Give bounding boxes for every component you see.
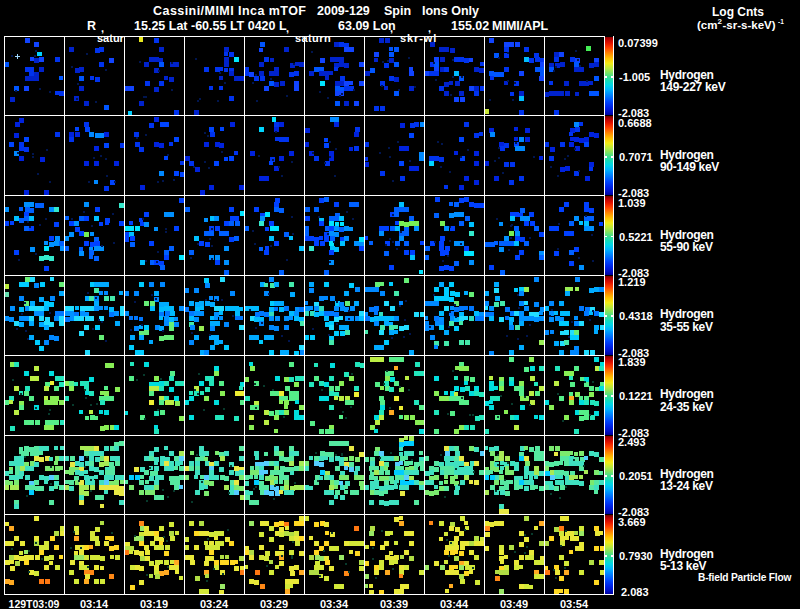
svg-text:skr-wl: skr-wl: [400, 32, 437, 44]
svg-text:03:39: 03:39: [380, 598, 408, 609]
svg-text:2.493: 2.493: [618, 436, 646, 448]
svg-text:-1: -1: [778, 18, 784, 25]
svg-text:63.09 Lon: 63.09 Lon: [338, 19, 396, 33]
svg-text:0.07399: 0.07399: [618, 37, 658, 49]
svg-text:149-227 keV: 149-227 keV: [660, 80, 726, 94]
svg-text:Cassini/MIMI Inca mTOF: Cassini/MIMI Inca mTOF: [153, 4, 306, 18]
svg-text:2009-129: 2009-129: [317, 4, 370, 18]
svg-text:129T03:09: 129T03:09: [9, 598, 60, 609]
svg-text:0.1221: 0.1221: [619, 390, 653, 402]
svg-text:Ions Only: Ions Only: [422, 4, 479, 18]
svg-text:13-24 keV: 13-24 keV: [660, 479, 713, 493]
svg-text:90-149 keV: 90-149 keV: [660, 160, 719, 174]
svg-text:B-field Particle Flow: B-field Particle Flow: [698, 572, 791, 583]
svg-text:0.4318: 0.4318: [619, 310, 653, 322]
svg-text:0.7071: 0.7071: [619, 151, 653, 163]
svg-text:0.2051: 0.2051: [619, 470, 653, 482]
svg-text:55-90 keV: 55-90 keV: [660, 240, 713, 254]
svg-text:15.25 Lat -60.55 LT 0420 L: 15.25 Lat -60.55 LT 0420 L: [134, 19, 287, 33]
svg-text:0.7930: 0.7930: [619, 550, 653, 562]
svg-text:03:34: 03:34: [320, 598, 349, 609]
svg-text:03:29: 03:29: [260, 598, 288, 609]
svg-text:1.839: 1.839: [618, 356, 646, 368]
svg-text:,: ,: [286, 22, 289, 34]
svg-text:24-35 keV: 24-35 keV: [660, 400, 713, 414]
svg-text:0.5221: 0.5221: [619, 231, 653, 243]
svg-text:-1.005: -1.005: [619, 71, 650, 83]
svg-text:0.6688: 0.6688: [618, 117, 652, 129]
svg-text:03:49: 03:49: [500, 598, 528, 609]
svg-text:MIMI/APL: MIMI/APL: [492, 19, 549, 33]
svg-text:03:54: 03:54: [560, 598, 589, 609]
svg-text:3.669: 3.669: [618, 516, 646, 528]
svg-text:Spin: Spin: [384, 4, 411, 18]
svg-text:1.219: 1.219: [618, 276, 646, 288]
svg-text:155.02: 155.02: [451, 19, 489, 33]
svg-text:,: ,: [390, 22, 393, 34]
svg-text:(cm: (cm: [697, 19, 717, 31]
svg-text:35-55 keV: 35-55 keV: [660, 320, 713, 334]
svg-text:2.083: 2.083: [621, 586, 649, 598]
svg-text:03:44: 03:44: [440, 598, 469, 609]
svg-text:-sr-s-keV): -sr-s-keV): [723, 19, 776, 31]
svg-text:03:14: 03:14: [80, 598, 109, 609]
svg-text:satur: satur: [97, 32, 125, 44]
svg-text:saturn: saturn: [295, 32, 331, 44]
svg-text:1.039: 1.039: [618, 197, 646, 209]
svg-text:03:19: 03:19: [140, 598, 168, 609]
svg-text:03:24: 03:24: [200, 598, 229, 609]
svg-text:R: R: [87, 19, 96, 33]
